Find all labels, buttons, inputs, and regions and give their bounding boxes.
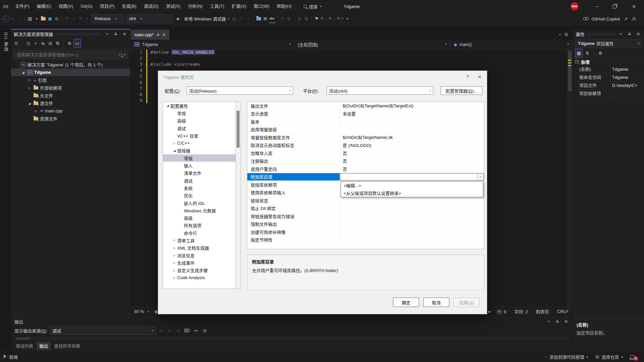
pending-changes-filter-icon[interactable]: ◷ xyxy=(25,39,32,47)
dialog-tree-item[interactable]: ▷XML 文档生成器 xyxy=(163,244,236,252)
clear-bookmarks-icon[interactable]: ⚑✕ xyxy=(337,15,344,23)
dialog-tree-item[interactable]: 高级 xyxy=(163,214,236,221)
code-line[interactable]: 1#define SDL_MAIN_HANDLED xyxy=(131,49,573,55)
expand-arrow-icon[interactable]: ▷ xyxy=(27,79,32,82)
navigate-back-dropdown-icon[interactable]: ▾ xyxy=(9,15,16,23)
dialog-tree-item[interactable]: ◢配置属性 xyxy=(163,102,236,109)
property-row[interactable]: 链接状态 xyxy=(247,197,484,205)
project-dropdown[interactable]: ++ Tdgame ▾ xyxy=(131,40,294,49)
undo-dropdown-icon[interactable]: ▾ xyxy=(70,15,77,23)
next-bookmark-icon[interactable]: ⚑→ xyxy=(328,15,337,23)
property-row[interactable]: 强制文件输出 xyxy=(247,220,484,228)
property-value[interactable] xyxy=(340,126,484,134)
tree-item[interactable]: ▷∞引用 xyxy=(11,76,130,84)
property-value[interactable]: 否 xyxy=(340,149,484,157)
clear-all-icon[interactable]: ⌦ xyxy=(184,326,191,334)
new-tab-group-icon[interactable]: ⧉ xyxy=(565,32,568,37)
dialog-tree-item[interactable]: 常规 xyxy=(163,109,236,117)
property-value[interactable] xyxy=(340,212,484,220)
zoom-dropdown[interactable]: 80 % ▾ xyxy=(131,307,153,316)
dialog-tree-item[interactable]: ▷自定义生成步骤 xyxy=(163,267,236,274)
restore-button[interactable] xyxy=(606,0,623,13)
save-icon[interactable]: ▣ xyxy=(47,15,53,23)
expand-arrow-icon[interactable]: ▷ xyxy=(172,276,177,279)
collapse-all-icon[interactable]: ⊟ xyxy=(47,39,54,47)
menu-item-5[interactable]: 生成(B) xyxy=(118,0,140,13)
property-row[interactable]: 指定节特性 xyxy=(247,236,484,244)
output-source-dropdown[interactable]: 调试 ▾ xyxy=(50,326,156,335)
property-row[interactable]: 逐用户重定向否 xyxy=(247,165,484,173)
property-row[interactable]: 创建可热修补映像 xyxy=(247,228,484,236)
output-horizontal-scrollbar[interactable] xyxy=(13,337,571,340)
menu-item-2[interactable]: 视图(V) xyxy=(55,0,77,13)
properties-row[interactable]: 项目文件D:\studay\C+ xyxy=(573,82,644,90)
hot-reload-icon[interactable]: ⌇ xyxy=(238,15,245,23)
paste-tool-icon[interactable]: ⧉ xyxy=(286,15,293,23)
tabs-indicator[interactable]: 制表符 xyxy=(532,308,553,315)
bottom-tab-2[interactable]: 查找符号结果 xyxy=(51,342,83,350)
tree-item[interactable]: 资源文件 xyxy=(11,115,130,122)
dialog-tree-item[interactable]: ▷生成事件 xyxy=(163,259,236,266)
property-row[interactable]: 注册输出否 xyxy=(247,157,484,165)
notifications-button[interactable]: 1 xyxy=(630,355,635,359)
property-value[interactable]: 未设置 xyxy=(340,110,484,118)
menu-item-9[interactable]: 工具(T) xyxy=(206,0,228,13)
property-value[interactable] xyxy=(340,220,484,228)
new-project-icon[interactable]: ▤ xyxy=(27,15,33,23)
drag-handle[interactable] xyxy=(587,33,615,36)
dropdown-option[interactable]: <从父级或项目默认设置继承> xyxy=(341,189,483,197)
category-misc[interactable]: 杂项 xyxy=(573,58,644,65)
tree-item[interactable]: 头文件 xyxy=(11,92,130,99)
member-dropdown[interactable]: ◆ main() ▾ xyxy=(450,40,573,49)
properties-shortcut-icon[interactable]: ⧉ xyxy=(54,39,61,47)
property-row[interactable]: 版本 xyxy=(247,118,484,126)
property-row[interactable]: 取消显示启动版权标志是 (/NOLOGO) xyxy=(247,142,484,150)
platform-dropdown[interactable]: 活动(x64)˅ xyxy=(327,87,433,95)
property-value[interactable]: ˅ xyxy=(340,173,484,181)
expand-arrow-icon[interactable]: ▷ xyxy=(172,246,177,250)
collapse-arrow-icon[interactable]: ◢ xyxy=(165,104,170,107)
tree-item[interactable]: ▷++main.cpp xyxy=(11,107,130,115)
close-tab-icon[interactable]: ✕ xyxy=(162,32,166,37)
close-icon[interactable]: ✕ xyxy=(563,319,569,324)
github-copilot-button[interactable]: GitHub Copilot ⇗ xyxy=(583,13,636,25)
tab-list-dropdown-icon[interactable]: ▾ xyxy=(559,33,561,36)
timestamp-icon[interactable]: ◷ xyxy=(201,326,208,334)
menu-item-4[interactable]: 项目(P) xyxy=(96,0,118,13)
property-row[interactable]: 将链接器警告视为错误 xyxy=(247,212,484,220)
select-tool-icon[interactable]: ↖ xyxy=(279,15,286,23)
property-row[interactable]: 启用增量链接 xyxy=(247,126,484,134)
expand-arrow-icon[interactable]: ▷ xyxy=(27,86,32,90)
scope-dropdown[interactable]: (全局范围) ▾ xyxy=(294,40,450,49)
dialog-tree-item[interactable]: ▷清单工具 xyxy=(163,237,236,244)
tree-item[interactable]: ⋈解决方案 'Tdgame' (1 个项目，共 1 个) xyxy=(11,61,130,68)
scroll-right-icon[interactable]: ▸ xyxy=(486,308,493,316)
pin-icon[interactable] xyxy=(113,32,119,36)
dialog-tree-item[interactable]: 高级 xyxy=(163,117,236,124)
solution-configuration-dropdown[interactable]: Release▾ xyxy=(92,14,124,23)
save-all-icon[interactable]: ⧉ xyxy=(53,15,60,23)
properties-row[interactable]: (名称)Tdgame xyxy=(573,65,644,73)
solution-search-box[interactable]: ▾ xyxy=(14,50,128,59)
close-button[interactable]: ✕ xyxy=(625,0,643,13)
sync-with-active-document-icon[interactable]: ⇆ xyxy=(40,39,46,47)
collapse-arrow-icon[interactable]: ◢ xyxy=(27,102,32,105)
properties-row-value[interactable] xyxy=(610,90,644,97)
search-button[interactable]: 搜索 ▾ xyxy=(303,3,322,10)
select-repository-button[interactable]: ⊟ 选择仓库 ▴ xyxy=(596,354,623,360)
ok-button[interactable]: 确定 xyxy=(393,298,419,307)
open-file-icon[interactable] xyxy=(40,15,47,23)
collapse-arrow-icon[interactable]: ◢ xyxy=(21,71,26,74)
dialog-tree-item[interactable]: Windows 元数据 xyxy=(163,207,236,214)
properties-row-value[interactable]: Tdgame xyxy=(610,73,644,81)
chevron-down-icon[interactable]: ▾ xyxy=(618,32,624,36)
properties-row[interactable]: 项目依赖项 xyxy=(573,90,644,98)
dialog-tree-item[interactable]: ▷浏览信息 xyxy=(163,252,236,259)
solution-platform-dropdown[interactable]: x64▾ xyxy=(126,14,172,23)
selected-object-dropdown[interactable]: Tdgame 项目属性 ▾ xyxy=(575,39,642,48)
property-value[interactable]: 否 xyxy=(340,157,484,165)
expand-arrow-icon[interactable]: ▷ xyxy=(172,239,177,242)
property-row[interactable]: 输出文件$(OutDir)$(TargetName)$(TargetExt) xyxy=(247,102,484,110)
property-value[interactable] xyxy=(340,228,484,236)
code-line[interactable]: 2 xyxy=(131,55,573,61)
